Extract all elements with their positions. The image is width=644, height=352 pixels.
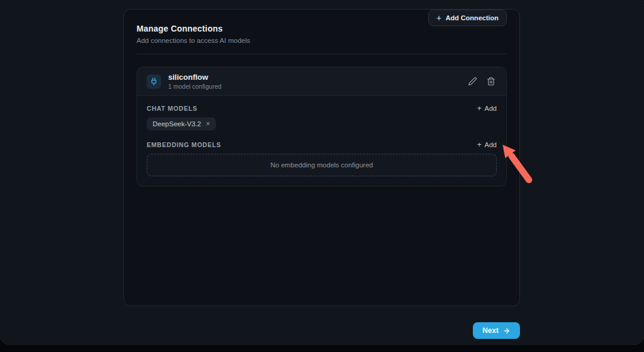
add-chat-model-button[interactable]: + Add — [477, 104, 497, 112]
connection-meta: 1 model configured — [168, 83, 221, 90]
manage-connections-panel: Manage Connections Add connections to ac… — [123, 9, 520, 306]
chat-models-list: DeepSeek-V3.2 × — [147, 117, 497, 130]
add-connection-button[interactable]: + Add Connection — [428, 10, 507, 26]
add-embedding-model-label: Add — [485, 141, 497, 148]
chat-model-chip: DeepSeek-V3.2 × — [147, 117, 216, 130]
remove-chat-model-button[interactable]: × — [206, 120, 210, 127]
plus-icon: + — [477, 141, 482, 148]
plus-icon: + — [477, 104, 482, 112]
pencil-icon — [468, 77, 477, 86]
connection-card-header: siliconflow 1 model configured — [137, 67, 506, 96]
embedding-models-empty-state: No embedding models configured — [147, 154, 497, 176]
close-icon: × — [206, 120, 210, 128]
connection-actions — [467, 76, 497, 87]
embedding-models-section-header: EMBEDDING MODELS + Add — [147, 141, 497, 148]
connection-identity: siliconflow 1 model configured — [168, 73, 221, 90]
edit-connection-button[interactable] — [467, 76, 478, 87]
panel-header: Manage Connections Add connections to ac… — [137, 10, 507, 44]
add-chat-model-label: Add — [485, 105, 497, 112]
chat-models-label: CHAT MODELS — [147, 105, 197, 112]
chat-models-section-header: CHAT MODELS + Add — [147, 104, 497, 112]
plug-icon — [150, 77, 158, 86]
app-window: Manage Connections Add connections to ac… — [0, 0, 644, 344]
next-button[interactable]: Next — [473, 322, 520, 339]
next-button-label: Next — [482, 326, 499, 335]
trash-icon — [487, 77, 496, 86]
add-embedding-model-button[interactable]: + Add — [477, 141, 497, 148]
chat-model-name: DeepSeek-V3.2 — [153, 120, 201, 127]
connection-icon-box — [147, 74, 161, 89]
header-divider — [137, 54, 507, 54]
page-subtitle: Add connections to access AI models — [137, 37, 507, 44]
connection-card-body: CHAT MODELS + Add DeepSeek-V3.2 × — [137, 96, 506, 186]
add-connection-label: Add Connection — [445, 14, 499, 21]
connection-card: siliconflow 1 model configured — [137, 67, 507, 186]
arrow-right-icon — [503, 327, 510, 335]
plus-icon: + — [436, 14, 441, 22]
embedding-models-label: EMBEDDING MODELS — [147, 141, 221, 148]
connection-name: siliconflow — [168, 73, 221, 82]
embedding-empty-text: No embedding models configured — [271, 161, 373, 169]
delete-connection-button[interactable] — [485, 76, 497, 87]
